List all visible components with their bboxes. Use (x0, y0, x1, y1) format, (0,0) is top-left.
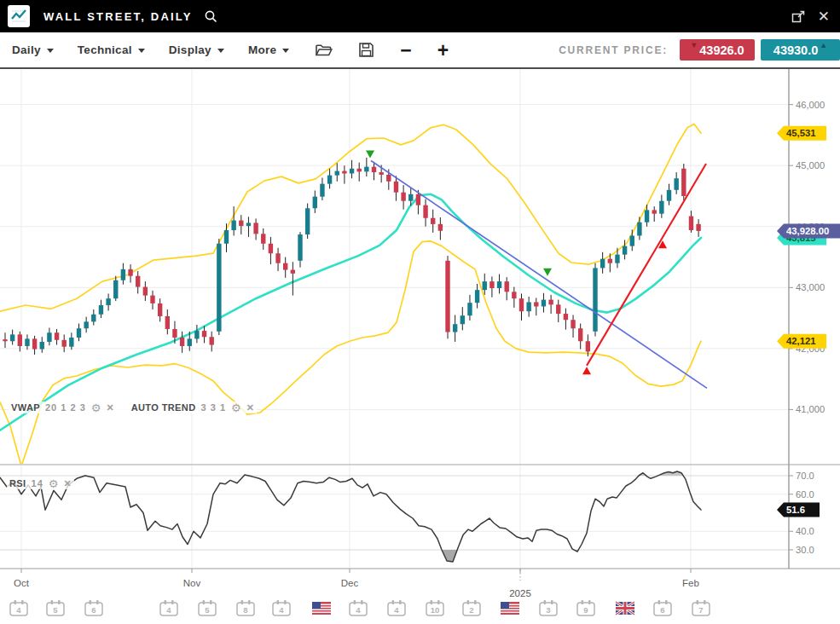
calendar-event-icon[interactable]: 2 (463, 600, 480, 615)
calendar-event-icon[interactable]: 4 (10, 600, 27, 615)
rsi-remove-icon[interactable]: ✕ (63, 479, 71, 488)
upper-band-tag: 45,531 (777, 126, 826, 141)
uk-flag-icon[interactable] (616, 602, 634, 615)
popout-icon[interactable] (791, 10, 806, 23)
open-chart-icon[interactable] (315, 43, 333, 58)
us-flag-icon[interactable] (312, 602, 331, 615)
svg-text:9: 9 (583, 605, 588, 615)
candle (136, 276, 140, 287)
sell-signal-icon (366, 151, 374, 159)
candle (150, 296, 154, 303)
svg-text:Feb: Feb (682, 578, 699, 588)
auto-trend-remove-icon[interactable]: ✕ (246, 403, 254, 413)
menu-more[interactable]: More (248, 43, 289, 56)
candle (121, 269, 125, 280)
search-icon[interactable] (203, 9, 218, 24)
candle (91, 315, 96, 322)
calendar-event-icon[interactable]: 4 (160, 600, 177, 615)
candle (320, 184, 324, 197)
candle (18, 334, 22, 346)
chart-logo-icon (8, 5, 30, 27)
sell-signal-icon (543, 269, 552, 276)
candle (497, 281, 501, 288)
calendar-event-icon[interactable]: 10 (426, 600, 443, 615)
candle (416, 194, 420, 205)
candle (180, 338, 184, 346)
candle (305, 208, 310, 234)
candle (335, 171, 339, 176)
close-icon[interactable]: ✕ (818, 8, 830, 26)
calendar-event-icon[interactable]: 6 (654, 600, 671, 615)
sell-price-badge[interactable]: ▼ 43926.0 (680, 39, 755, 61)
candle (128, 269, 132, 276)
auto-trend-down[interactable] (371, 160, 707, 388)
candle (431, 218, 435, 224)
calendar-event-icon[interactable]: 5 (199, 600, 216, 615)
candle (548, 300, 553, 305)
current-price-label: CURRENT PRICE: (559, 44, 668, 56)
svg-text:6: 6 (91, 605, 96, 615)
candle (571, 320, 575, 328)
zoom-in-icon[interactable]: + (437, 42, 449, 59)
candle (696, 224, 700, 231)
candle (659, 201, 663, 214)
calendar-event-icon[interactable]: 3 (540, 600, 557, 615)
buy-price-value: 43930.0 (773, 43, 818, 57)
candle (386, 175, 391, 182)
menu-technical[interactable]: Technical (78, 43, 145, 56)
svg-text:7: 7 (698, 605, 703, 615)
calendar-event-icon[interactable]: 4 (388, 600, 405, 615)
chart-canvas[interactable]: 46,00045,00044,00043,00042,00041,00070.0… (0, 0, 840, 624)
menu-display[interactable]: Display (169, 43, 224, 56)
toolbar: Daily Technical Display More (0, 32, 840, 69)
candle (408, 194, 413, 201)
calendar-event-icon[interactable]: 6 (85, 600, 102, 615)
save-chart-icon[interactable] (358, 42, 374, 58)
auto-trend-label: AUTO TREND (131, 402, 196, 413)
candle (291, 270, 295, 274)
candle (32, 338, 37, 349)
candle (505, 281, 509, 292)
svg-text:4: 4 (356, 605, 361, 615)
calendar-event-icon[interactable]: 9 (577, 600, 594, 615)
candle (512, 292, 516, 298)
candle (357, 169, 362, 172)
us-flag-icon[interactable] (501, 602, 519, 615)
candle (645, 210, 649, 222)
buy-price-badge[interactable]: 43930.0 ▲ (761, 39, 840, 61)
menu-timeframe[interactable]: Daily (12, 43, 54, 56)
svg-text:45,000: 45,000 (796, 160, 825, 170)
svg-text:Nov: Nov (183, 578, 201, 588)
chevron-down-icon (47, 49, 54, 53)
rsi-legend: RSI 14 ⚙ ✕ (7, 477, 74, 489)
vwap-remove-icon[interactable]: ✕ (106, 403, 113, 413)
svg-text:43,000: 43,000 (796, 282, 825, 292)
svg-text:42,121: 42,121 (786, 336, 816, 346)
candle (158, 303, 162, 316)
svg-text:4: 4 (16, 605, 21, 615)
calendar-event-icon[interactable]: 5 (47, 600, 64, 615)
candle (615, 255, 619, 263)
svg-text:51.6: 51.6 (786, 505, 805, 515)
svg-text:5: 5 (53, 605, 58, 615)
calendar-event-icon[interactable]: 4 (273, 600, 290, 615)
candle (47, 332, 51, 342)
calendar-event-icon[interactable]: 8 (237, 600, 254, 615)
candle (483, 281, 487, 290)
rsi-settings-icon[interactable]: ⚙ (49, 479, 59, 488)
candles (3, 158, 701, 356)
calendar-event-icon[interactable]: 7 (692, 600, 710, 615)
vwap-settings-icon[interactable]: ⚙ (91, 403, 101, 413)
candle (113, 280, 118, 298)
svg-text:30.0: 30.0 (796, 545, 814, 555)
candle (593, 268, 597, 331)
minimize-icon[interactable]: _ (772, 12, 779, 20)
candle (445, 261, 449, 332)
zoom-out-icon[interactable]: − (400, 42, 411, 59)
candle (55, 332, 59, 340)
vwap-params: 20 1 2 3 (45, 402, 86, 413)
menu-timeframe-label: Daily (12, 43, 41, 56)
calendar-event-icon[interactable]: 4 (350, 600, 367, 615)
candle (578, 328, 582, 341)
auto-trend-settings-icon[interactable]: ⚙ (231, 403, 241, 413)
